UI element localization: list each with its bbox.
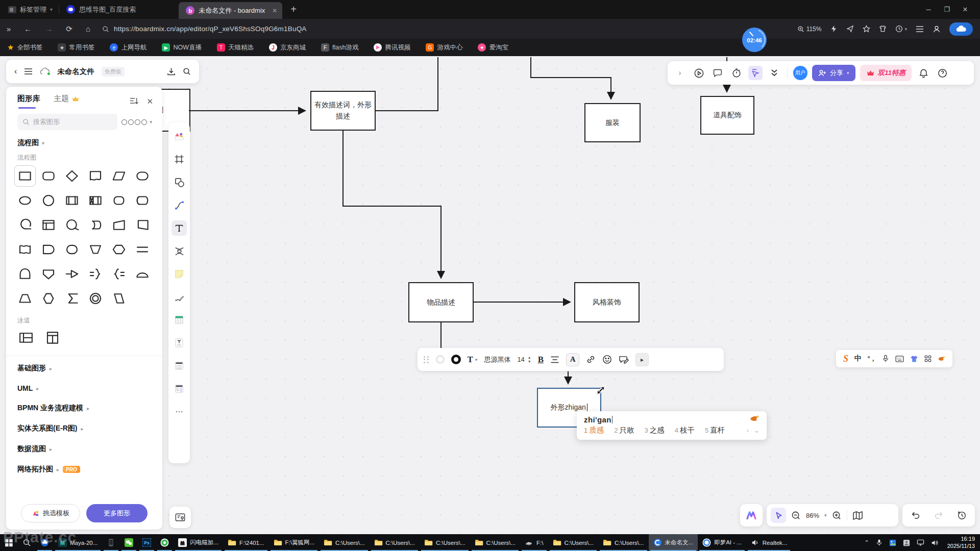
shape-document[interactable] xyxy=(85,165,106,187)
open-side-panel-icon[interactable]: ▸ xyxy=(635,353,649,366)
bookmark-tmall[interactable]: T天猫精选 xyxy=(217,43,254,52)
outline-list-icon[interactable] xyxy=(172,358,187,373)
page-zoom-button[interactable]: 115% xyxy=(797,26,822,33)
font-family-select[interactable]: 思源黑体 xyxy=(484,355,510,364)
main-menu-icon[interactable] xyxy=(24,68,33,75)
soft-keyboard-icon[interactable] xyxy=(895,356,904,362)
tray-expand-icon[interactable]: ⌃ xyxy=(865,539,869,546)
zoom-in-icon[interactable] xyxy=(832,511,842,520)
close-panel-icon[interactable]: ✕ xyxy=(146,97,153,106)
ime-candidate-3[interactable]: 3之感 xyxy=(644,425,664,435)
forward-icon[interactable]: → xyxy=(38,24,59,33)
timer-icon[interactable] xyxy=(729,66,744,80)
shape-rounded-box[interactable] xyxy=(61,239,83,260)
flow-node-props[interactable]: 道具配饰 xyxy=(700,96,754,135)
taskbar-item-cat[interactable]: 闪电猫加... xyxy=(174,534,223,551)
bold-button[interactable]: B xyxy=(538,355,544,365)
taskbar-item-ps[interactable]: Ps xyxy=(138,534,156,551)
home-icon[interactable]: ⌂ xyxy=(79,24,97,33)
comment-icon[interactable] xyxy=(710,66,725,80)
minimize-button[interactable]: ─ xyxy=(923,6,934,13)
more-shapes-button[interactable]: 更多图形 xyxy=(86,504,148,522)
promo-button[interactable]: 双11特惠 xyxy=(860,65,912,81)
shape-shield[interactable] xyxy=(38,263,59,285)
display-tray-icon[interactable] xyxy=(917,539,924,546)
shape-style-selector[interactable]: ▾ xyxy=(121,119,152,125)
tab-shape-library[interactable]: 图形库 xyxy=(17,94,40,109)
shapes-icon[interactable] xyxy=(172,174,187,190)
volume-icon[interactable] xyxy=(931,539,939,546)
shape-framed-rect[interactable] xyxy=(38,214,59,236)
kanban-icon[interactable] xyxy=(172,381,187,396)
shape-parallelogram[interactable] xyxy=(108,165,130,187)
shape-half-stadium[interactable] xyxy=(132,263,153,285)
shape-collate[interactable] xyxy=(85,190,106,211)
address-bar[interactable]: https://boardmix.cn/app/editor/qP_xeV6Sh… xyxy=(97,25,797,33)
shape-search-input[interactable]: 搜索图形 xyxy=(17,114,117,130)
lightning-icon[interactable] xyxy=(830,25,838,33)
mindmap-icon[interactable] xyxy=(172,243,187,259)
taskbar-item-folder[interactable]: C:\Users\... xyxy=(548,534,599,551)
shape-h-cylinder[interactable] xyxy=(132,190,153,211)
shape-stadium[interactable] xyxy=(132,165,153,187)
ai-assistant-button[interactable] xyxy=(740,504,763,527)
download-icon[interactable] xyxy=(167,67,176,76)
section-data-flow[interactable]: 数据流图▸ xyxy=(6,439,162,459)
taskbar-item-folder[interactable]: F:\2401... xyxy=(223,534,269,551)
share-button[interactable]: 分享 ▾ xyxy=(812,65,855,81)
back-icon[interactable]: ‹ xyxy=(14,67,17,76)
text-tool-icon[interactable] xyxy=(172,220,187,236)
taskbar-item-browser[interactable] xyxy=(36,534,54,551)
extensions-collapse-icon[interactable]: » xyxy=(0,24,17,33)
voice-input-icon[interactable] xyxy=(882,355,889,363)
zoom-level[interactable]: 86% xyxy=(806,512,819,519)
tab-close-icon[interactable]: ✕ xyxy=(272,7,277,14)
taskbar-item-folder[interactable]: C:\Users\... xyxy=(598,534,649,551)
more-tools-icon[interactable] xyxy=(172,404,187,419)
shape-trapezoid[interactable] xyxy=(14,288,36,309)
bookmark-jd[interactable]: J京东商城 xyxy=(269,43,306,52)
taskbar-item-jimeng[interactable]: 即梦AI - ... xyxy=(698,534,746,551)
sogou-flame-icon[interactable] xyxy=(938,356,945,362)
shape-tape[interactable] xyxy=(14,214,36,236)
taskbar-item-speaker[interactable]: Realtek... xyxy=(746,534,792,551)
shape-subroutine[interactable] xyxy=(61,190,83,211)
contact-tray-icon[interactable] xyxy=(903,539,910,546)
flow-node-clothing[interactable]: 服装 xyxy=(584,103,641,142)
flow-node-style-decor[interactable]: 风格装饰 xyxy=(574,282,640,322)
shape-sheared[interactable] xyxy=(108,288,130,309)
punctuation-icon[interactable]: °， xyxy=(868,355,876,363)
shape-hexagon[interactable] xyxy=(108,239,130,260)
frame-icon[interactable] xyxy=(172,152,187,167)
font-color-button[interactable]: A xyxy=(566,353,579,366)
bookmark-nav[interactable]: e上网导航 xyxy=(110,43,146,52)
font-size-stepper[interactable]: 14 ▲▼ xyxy=(517,356,531,363)
stepper-arrows-icon[interactable]: ▲▼ xyxy=(528,356,531,363)
taskbar-item-maya[interactable]: MMaya-20... xyxy=(54,534,102,551)
link-icon[interactable] xyxy=(586,355,596,364)
taskbar-clock[interactable]: 16:19 2025/11/13 xyxy=(945,536,975,550)
ime-next-page-icon[interactable]: › xyxy=(747,427,749,434)
fill-color-swatch[interactable] xyxy=(436,355,445,364)
shape-ellipse[interactable] xyxy=(14,190,36,211)
table-icon[interactable] xyxy=(172,312,187,328)
bookmark-all[interactable]: ★全部书签 xyxy=(7,43,42,52)
pick-template-button[interactable]: 挑选模板 xyxy=(21,504,80,522)
ime-candidate-4[interactable]: 4枝干 xyxy=(675,425,695,435)
help-icon[interactable] xyxy=(935,66,949,80)
redo-icon[interactable] xyxy=(934,511,944,520)
sticky-note-icon[interactable] xyxy=(172,266,187,282)
stroke-color-swatch[interactable] xyxy=(451,355,461,364)
shape-flag[interactable] xyxy=(14,239,36,260)
new-tab-button[interactable]: + xyxy=(282,4,305,15)
photos-tray-icon[interactable] xyxy=(889,539,896,546)
shape-squircle[interactable] xyxy=(108,190,130,211)
ime-expand-icon[interactable]: ⌄ xyxy=(754,427,760,434)
cloud-sync-button[interactable] xyxy=(949,22,973,36)
shape-delay[interactable] xyxy=(38,239,59,260)
chinese-mode-icon[interactable]: 中 xyxy=(854,354,862,363)
recording-timer-badge[interactable]: 02:46 xyxy=(741,27,768,53)
comment-tag-icon[interactable] xyxy=(619,355,629,364)
section-network-topology[interactable]: 网络拓扑图▸PRO xyxy=(6,459,162,480)
section-basic-shapes[interactable]: 基础图形▸ xyxy=(6,358,162,379)
